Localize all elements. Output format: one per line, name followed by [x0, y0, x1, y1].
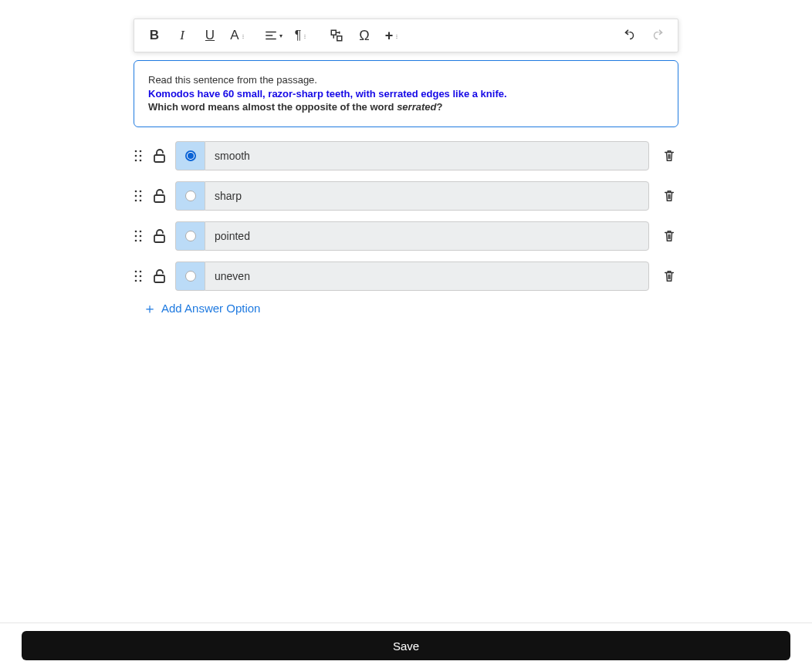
undo-button[interactable] [616, 22, 644, 49]
answer-row: uneven [134, 261, 678, 291]
correct-answer-radio[interactable] [175, 261, 205, 291]
question-line-2: Komodos have 60 small, razor-sharp teeth… [148, 87, 664, 101]
svg-rect-0 [154, 155, 164, 162]
answer-row: pointed [134, 221, 678, 251]
bold-button[interactable]: B [140, 22, 168, 49]
special-char-button[interactable]: Ω [350, 22, 378, 49]
question-line-1: Read this sentence from the passage. [148, 73, 664, 87]
answer-list: smooth sharp p [134, 141, 678, 291]
answer-text-input[interactable]: smooth [205, 141, 649, 170]
underline-button[interactable]: U [196, 22, 224, 49]
lock-open-icon[interactable] [152, 148, 167, 164]
delete-answer-button[interactable] [660, 227, 678, 245]
answer-row: sharp [134, 181, 678, 211]
svg-rect-3 [154, 275, 164, 282]
lock-open-icon[interactable] [152, 268, 167, 284]
svg-rect-1 [154, 195, 164, 202]
plus-icon: ＋ [143, 302, 157, 315]
answer-text-input[interactable]: sharp [205, 181, 649, 211]
svg-rect-2 [154, 235, 164, 242]
italic-button[interactable]: I [168, 22, 196, 49]
drag-handle-icon[interactable] [134, 230, 144, 242]
drag-handle-icon[interactable] [134, 270, 144, 282]
correct-answer-radio[interactable] [175, 181, 205, 211]
add-answer-option-button[interactable]: ＋ Add Answer Option [143, 302, 678, 315]
lock-open-icon[interactable] [152, 188, 167, 204]
delete-answer-button[interactable] [660, 147, 678, 165]
question-line-3: Which word means almost the opposite of … [148, 100, 664, 114]
add-answer-option-label: Add Answer Option [161, 302, 260, 315]
question-editor[interactable]: Read this sentence from the passage. Kom… [134, 60, 678, 127]
answer-row: smooth [134, 141, 678, 170]
correct-answer-radio[interactable] [175, 221, 205, 251]
translate-button[interactable] [323, 22, 350, 49]
save-button[interactable]: Save [22, 631, 790, 660]
answer-text-input[interactable]: uneven [205, 261, 649, 291]
drag-handle-icon[interactable] [134, 150, 144, 162]
footer: Save [0, 622, 812, 668]
insert-button[interactable]: +⋮ [378, 22, 406, 49]
delete-answer-button[interactable] [660, 187, 678, 205]
editor-toolbar: B I U A⋮ ▾ ¶⋮ Ω +⋮ [134, 19, 678, 52]
answer-text-input[interactable]: pointed [205, 221, 649, 251]
redo-button[interactable] [644, 22, 672, 49]
correct-answer-radio[interactable] [175, 141, 205, 170]
paragraph-button[interactable]: ¶⋮ [287, 22, 315, 49]
font-button[interactable]: A⋮ [224, 22, 252, 49]
align-button[interactable]: ▾ [259, 22, 287, 49]
lock-open-icon[interactable] [152, 228, 167, 244]
drag-handle-icon[interactable] [134, 190, 144, 202]
delete-answer-button[interactable] [660, 267, 678, 285]
